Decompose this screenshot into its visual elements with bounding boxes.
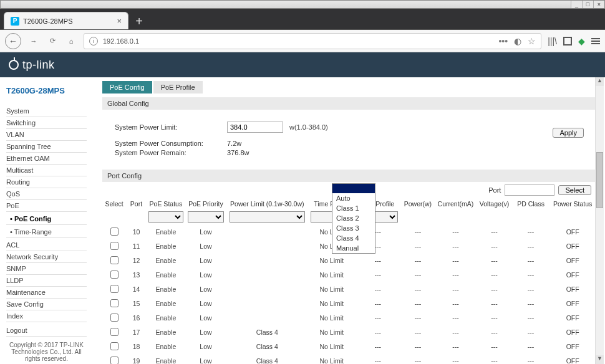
row-select-checkbox[interactable]	[110, 314, 119, 322]
cell: ---	[400, 239, 435, 253]
cell[interactable]	[102, 239, 126, 253]
content-area: PoE Config PoE Profile Global Config Sys…	[94, 77, 605, 364]
content-scrollbar[interactable]: ▲ ▼	[595, 77, 604, 364]
cell[interactable]	[102, 296, 126, 310]
sidebar-item-lldp[interactable]: LLDP	[6, 275, 87, 287]
sidebar-item-index[interactable]: Index	[6, 310, 87, 322]
row-select-checkbox[interactable]	[110, 228, 119, 236]
sidebar-item-spanning-tree[interactable]: Spanning Tree	[6, 141, 87, 153]
cell: ---	[356, 310, 401, 325]
poe-status-select[interactable]	[148, 211, 183, 223]
cell: Enable	[147, 224, 186, 239]
page-actions-icon[interactable]: •••	[498, 36, 508, 46]
sidebar-item-routing[interactable]: Routing	[6, 176, 87, 188]
dropdown-option-auto[interactable]: Auto	[332, 193, 375, 203]
sidebar-sub-time-range[interactable]: • Time-Range	[6, 226, 87, 238]
cell[interactable]	[102, 282, 126, 296]
site-info-icon[interactable]: i	[89, 37, 98, 46]
browser-tab[interactable]: P T2600G-28MPS ×	[4, 12, 128, 29]
tab-poe-config[interactable]: PoE Config	[102, 81, 152, 93]
port-filter-input[interactable]	[505, 184, 554, 196]
sidebar-item-network-security[interactable]: Network Security	[6, 251, 87, 263]
window-close-button[interactable]: ×	[593, 1, 604, 8]
cell: Class 4	[226, 325, 308, 339]
window-maximize-button[interactable]: □	[582, 1, 593, 8]
sidebar-item-maintenance[interactable]: Maintenance	[6, 287, 87, 299]
sidebar-item-switching[interactable]: Switching	[6, 117, 87, 129]
row-select-checkbox[interactable]	[110, 299, 119, 307]
cell: ---	[435, 339, 477, 353]
cell: OFF	[549, 253, 596, 267]
sidebar-item-save-config[interactable]: Save Config	[6, 299, 87, 310]
reload-button[interactable]: ⟳	[46, 35, 59, 47]
cell: Low	[185, 296, 226, 310]
tab-poe-profile[interactable]: PoE Profile	[153, 81, 203, 93]
home-button[interactable]: ⌂	[65, 35, 77, 47]
cell: Enable	[147, 239, 186, 253]
sidebar-item-system[interactable]: System	[6, 105, 87, 117]
tab-close-icon[interactable]: ×	[117, 16, 122, 26]
power-limit-select[interactable]	[230, 211, 305, 223]
cell: Low	[185, 339, 226, 353]
cell[interactable]	[102, 224, 126, 239]
forward-button[interactable]: →	[27, 35, 40, 47]
row-select-checkbox[interactable]	[110, 357, 119, 364]
col-poe-status: PoE Status	[147, 198, 186, 209]
scrollbar-up-icon[interactable]: ▲	[596, 77, 604, 86]
dropdown-option-manual[interactable]: Manual	[332, 243, 375, 253]
sidebar: T2600G-28MPS SystemSwitchingVLANSpanning…	[0, 77, 94, 364]
reader-mode-icon[interactable]: ◐	[514, 36, 521, 46]
global-config-panel: Global Config System Power Limit: w(1.0-…	[102, 97, 596, 163]
cell[interactable]	[102, 339, 126, 353]
sidebar-item-qos[interactable]: QoS	[6, 188, 87, 200]
back-button[interactable]: ←	[5, 33, 21, 49]
cell: OFF	[549, 267, 596, 282]
cell[interactable]	[102, 253, 126, 267]
tplink-logo-icon	[9, 60, 19, 70]
sidebar-sub-poe-config[interactable]: • PoE Config	[6, 213, 87, 225]
dropdown-option-class-3[interactable]: Class 3	[332, 223, 375, 233]
port-select-button[interactable]: Select	[558, 185, 591, 195]
sidebar-item-logout[interactable]: Logout	[6, 325, 87, 337]
address-bar[interactable]: i 192.168.0.1 ••• ◐ ☆	[84, 33, 541, 49]
cell: No Limit	[308, 267, 356, 282]
cell[interactable]	[102, 325, 126, 339]
window-minimize-button[interactable]: _	[571, 1, 582, 8]
sidebar-item-acl[interactable]: ACL	[6, 239, 87, 251]
dropdown-selected-blank[interactable]	[332, 184, 375, 193]
cell[interactable]	[102, 267, 126, 282]
protection-shield-icon[interactable]: ◆	[578, 36, 585, 46]
scrollbar-thumb[interactable]	[596, 152, 603, 208]
window-titlebar: _ □ ×	[0, 0, 605, 9]
library-icon[interactable]: |||\	[548, 36, 557, 46]
bookmark-star-icon[interactable]: ☆	[528, 36, 536, 46]
power-limit-dropdown-menu[interactable]: AutoClass 1Class 2Class 3Class 4Manual	[332, 183, 375, 254]
sidebar-toggle-icon[interactable]	[563, 37, 572, 46]
row-select-checkbox[interactable]	[110, 328, 119, 336]
cell[interactable]	[102, 353, 126, 364]
dropdown-option-class-2[interactable]: Class 2	[332, 213, 375, 223]
col-poe-priority: PoE Priority	[185, 198, 226, 209]
col-voltage-v-: Voltage(v)	[476, 198, 513, 209]
sidebar-item-snmp[interactable]: SNMP	[6, 263, 87, 275]
cell: OFF	[549, 325, 596, 339]
dropdown-option-class-1[interactable]: Class 1	[332, 203, 375, 213]
row-select-checkbox[interactable]	[110, 271, 119, 279]
sidebar-item-multicast[interactable]: Multicast	[6, 165, 87, 176]
menu-icon[interactable]	[591, 38, 600, 44]
sidebar-item-poe[interactable]: PoE	[6, 200, 87, 212]
new-tab-button[interactable]: +	[131, 13, 147, 29]
scrollbar-down-icon[interactable]: ▼	[596, 355, 604, 364]
row-select-checkbox[interactable]	[110, 342, 119, 350]
sidebar-item-ethernet-oam[interactable]: Ethernet OAM	[6, 153, 87, 165]
cell: Class 4	[226, 339, 308, 353]
dropdown-option-class-4[interactable]: Class 4	[332, 233, 375, 243]
poe-priority-select[interactable]	[188, 211, 224, 223]
row-select-checkbox[interactable]	[110, 256, 119, 264]
sidebar-item-vlan[interactable]: VLAN	[6, 129, 87, 141]
row-select-checkbox[interactable]	[110, 285, 119, 293]
global-apply-button[interactable]: Apply	[553, 128, 584, 138]
system-power-limit-input[interactable]	[227, 122, 283, 133]
cell[interactable]	[102, 310, 126, 325]
row-select-checkbox[interactable]	[110, 242, 119, 250]
